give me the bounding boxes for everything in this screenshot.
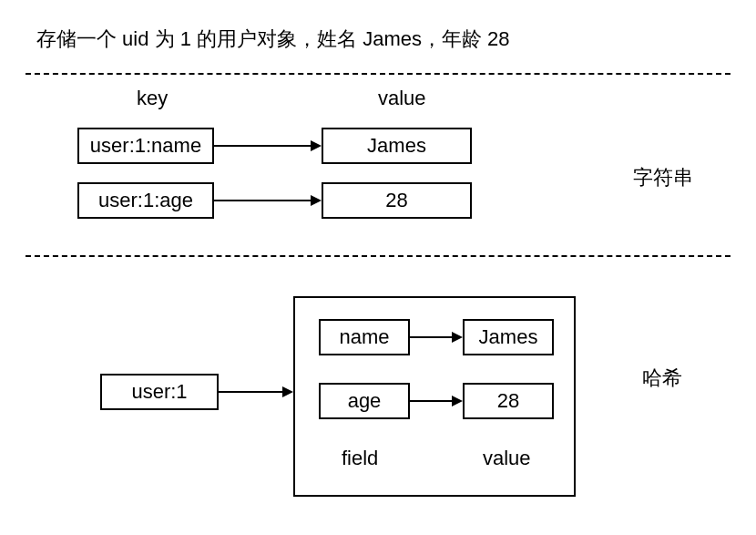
string-section-label: 字符串 [633,164,693,191]
string-value-1: 28 [385,189,407,212]
string-key-box-0: user:1:name [77,128,214,164]
divider-2 [26,255,730,257]
divider-1 [26,73,730,75]
arrow-head-hash-1 [452,396,463,406]
arrow-hash-0 [410,336,454,338]
string-key-1: user:1:age [98,189,193,212]
hash-value-1: 28 [497,389,519,413]
arrow-hash-1 [410,400,454,402]
string-key-box-1: user:1:age [77,182,214,219]
arrow-head-string-1 [311,195,322,206]
arrow-head-hash-0 [452,332,463,343]
hash-field-0: name [339,325,389,349]
string-key-0: user:1:name [90,134,201,158]
string-value-0: James [367,134,426,158]
hash-section-label: 哈希 [642,365,682,392]
arrow-head-string-0 [311,140,322,151]
hash-field-label: field [342,447,378,470]
hash-value-0: James [479,325,538,349]
arrow-head-hash-key [282,386,293,397]
hash-field-box-1: age [319,383,410,419]
diagram-canvas: 存储一个 uid 为 1 的用户对象，姓名 James，年龄 28 key va… [0,0,756,535]
hash-key: user:1 [131,380,187,404]
value-header: value [378,87,426,110]
string-value-box-0: James [322,128,472,164]
hash-value-box-1: 28 [463,383,554,419]
arrow-hash-key [219,391,284,393]
key-header: key [137,87,168,110]
hash-value-label: value [483,447,531,470]
arrow-string-1 [214,200,312,201]
string-value-box-1: 28 [322,182,472,219]
arrow-string-0 [214,145,312,147]
hash-value-box-0: James [463,319,554,355]
hash-field-1: age [348,389,382,413]
hash-key-box: user:1 [100,374,219,410]
diagram-title: 存储一个 uid 为 1 的用户对象，姓名 James，年龄 28 [36,26,510,53]
hash-field-box-0: name [319,319,410,355]
